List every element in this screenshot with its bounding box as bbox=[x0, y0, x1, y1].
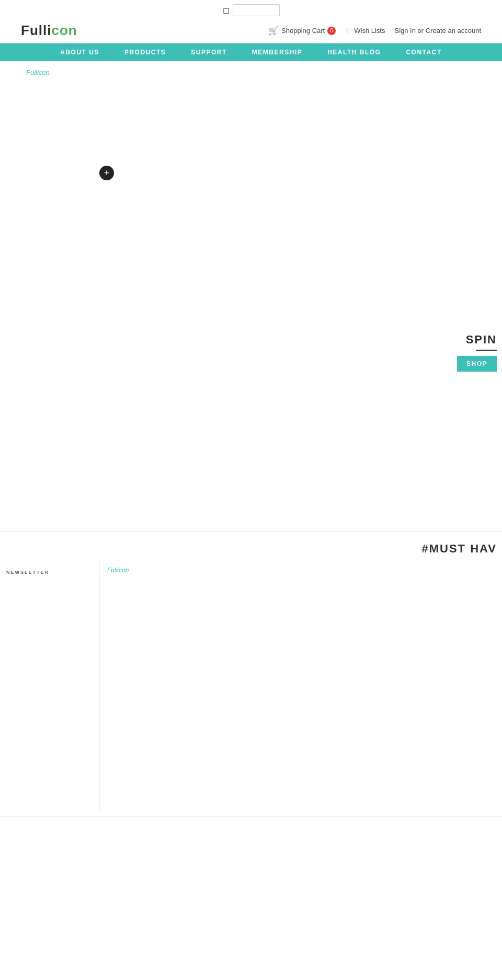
hero-plus-button[interactable]: + bbox=[99, 166, 114, 180]
cart-count: 0 bbox=[327, 27, 336, 35]
nav-item-support[interactable]: SUPPORT bbox=[191, 49, 227, 56]
hero-logo-tag: Fullicon bbox=[26, 68, 50, 76]
or-separator: or bbox=[418, 27, 424, 34]
footer-divider bbox=[0, 816, 502, 816]
hero-text-right: SPIN SHOP bbox=[457, 333, 502, 372]
must-have-title: #MUST HAV bbox=[0, 542, 502, 560]
sign-in-link[interactable]: Sign In bbox=[394, 27, 415, 34]
plus-icon: + bbox=[104, 168, 110, 179]
header-row: Fullicon 🛒 Shopping Cart 0 ♡ Wish Lists … bbox=[0, 18, 502, 43]
nav-item-about-us[interactable]: ABOUT US bbox=[60, 49, 99, 56]
hero-shop-button[interactable]: SHOP bbox=[457, 356, 497, 372]
nav-item-membership[interactable]: MEMBERSHIP bbox=[252, 49, 302, 56]
product-image-area bbox=[100, 560, 502, 811]
hero-spin-text: SPIN bbox=[457, 333, 497, 347]
newsletter-col: NEWSLETTER bbox=[0, 560, 99, 811]
hero-divider bbox=[476, 350, 497, 351]
create-account-link[interactable]: Create an account bbox=[426, 27, 481, 34]
header-actions: 🛒 Shopping Cart 0 ♡ Wish Lists Sign In o… bbox=[268, 26, 481, 36]
heart-icon: ♡ bbox=[345, 26, 352, 36]
site-logo[interactable]: Fullicon bbox=[21, 22, 77, 39]
must-have-section: #MUST HAV bbox=[0, 532, 502, 560]
cart-icon: 🛒 bbox=[268, 26, 279, 36]
newsletter-label: NEWSLETTER bbox=[6, 570, 93, 575]
search-toggle-icon[interactable]: ◻ bbox=[223, 5, 230, 15]
top-search-bar: ◻ bbox=[0, 0, 502, 18]
cart-area[interactable]: 🛒 Shopping Cart 0 bbox=[268, 26, 336, 36]
product-image-col: Fullicon bbox=[99, 560, 502, 811]
nav-bar: ABOUT US PRODUCTS SUPPORT MEMBERSHIP HEA… bbox=[0, 43, 502, 61]
product-logo-tag: Fullicon bbox=[107, 567, 129, 574]
auth-area: Sign In or Create an account bbox=[394, 27, 481, 34]
nav-item-health-blog[interactable]: HEALTH BLOG bbox=[327, 49, 381, 56]
wishlist-area[interactable]: ♡ Wish Lists bbox=[345, 26, 385, 36]
nav-item-products[interactable]: PRODUCTS bbox=[124, 49, 166, 56]
bottom-section: NEWSLETTER Fullicon bbox=[0, 560, 502, 811]
search-input[interactable] bbox=[233, 4, 280, 16]
nav-item-contact[interactable]: CONTACT bbox=[406, 49, 441, 56]
cart-label: Shopping Cart bbox=[281, 27, 325, 34]
wishlist-label: Wish Lists bbox=[354, 27, 385, 34]
hero-section: Fullicon + SPIN SHOP bbox=[0, 61, 502, 532]
